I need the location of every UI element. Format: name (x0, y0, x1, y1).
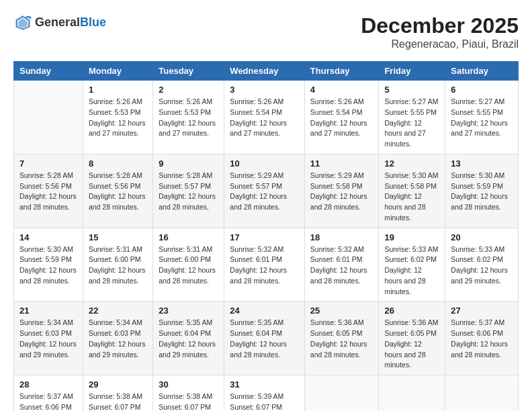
day-cell: 9 Sunrise: 5:28 AMSunset: 5:57 PMDayligh… (153, 154, 224, 228)
day-cell: 31 Sunrise: 5:39 AMSunset: 6:07 PMDaylig… (224, 375, 305, 412)
logo-blue: Blue (80, 15, 106, 30)
day-cell: 28 Sunrise: 5:37 AMSunset: 6:06 PMDaylig… (14, 375, 83, 412)
day-info: Sunrise: 5:35 AMSunset: 6:04 PMDaylight:… (159, 318, 218, 360)
day-info: Sunrise: 5:26 AMSunset: 5:54 PMDaylight:… (230, 97, 299, 139)
day-info: Sunrise: 5:39 AMSunset: 6:07 PMDaylight:… (230, 392, 299, 411)
day-number: 21 (19, 306, 77, 316)
day-info: Sunrise: 5:38 AMSunset: 6:07 PMDaylight:… (159, 392, 218, 411)
day-cell: 2 Sunrise: 5:26 AMSunset: 5:53 PMDayligh… (153, 81, 224, 154)
day-number: 9 (159, 158, 218, 169)
day-info: Sunrise: 5:32 AMSunset: 6:01 PMDaylight:… (310, 244, 373, 287)
day-cell: 13 Sunrise: 5:30 AMSunset: 5:59 PMDaylig… (445, 154, 519, 228)
day-number: 6 (451, 85, 513, 95)
day-info: Sunrise: 5:33 AMSunset: 6:02 PMDaylight:… (451, 244, 513, 287)
day-cell: 8 Sunrise: 5:28 AMSunset: 5:56 PMDayligh… (83, 154, 152, 228)
day-info: Sunrise: 5:34 AMSunset: 6:03 PMDaylight:… (89, 318, 147, 360)
day-info: Sunrise: 5:30 AMSunset: 5:58 PMDaylight:… (384, 171, 439, 224)
day-cell: 15 Sunrise: 5:31 AMSunset: 6:00 PMDaylig… (83, 228, 152, 302)
week-row-1: 1 Sunrise: 5:26 AMSunset: 5:53 PMDayligh… (14, 81, 519, 154)
day-info: Sunrise: 5:26 AMSunset: 5:53 PMDaylight:… (89, 97, 147, 139)
day-number: 18 (310, 232, 373, 242)
logo: General Blue (13, 13, 106, 32)
day-number: 26 (384, 306, 439, 316)
day-cell (304, 375, 379, 412)
day-info: Sunrise: 5:27 AMSunset: 5:55 PMDaylight:… (384, 97, 439, 150)
day-info: Sunrise: 5:38 AMSunset: 6:07 PMDaylight:… (89, 392, 147, 411)
day-number: 5 (384, 85, 439, 95)
header-row: Sunday Monday Tuesday Wednesday Thursday… (14, 62, 519, 81)
day-number: 13 (451, 158, 513, 169)
day-cell: 29 Sunrise: 5:38 AMSunset: 6:07 PMDaylig… (83, 375, 152, 412)
day-number: 31 (230, 379, 299, 390)
logo-text: General Blue (35, 15, 106, 30)
day-cell (379, 375, 445, 412)
day-cell: 7 Sunrise: 5:28 AMSunset: 5:56 PMDayligh… (14, 154, 83, 228)
day-cell: 30 Sunrise: 5:38 AMSunset: 6:07 PMDaylig… (153, 375, 224, 412)
day-cell: 20 Sunrise: 5:33 AMSunset: 6:02 PMDaylig… (445, 228, 519, 302)
day-number: 10 (230, 158, 299, 169)
day-cell: 26 Sunrise: 5:36 AMSunset: 6:05 PMDaylig… (379, 302, 445, 375)
day-cell: 4 Sunrise: 5:26 AMSunset: 5:54 PMDayligh… (304, 81, 379, 154)
col-wednesday: Wednesday (224, 62, 305, 81)
day-number: 14 (19, 232, 77, 242)
col-thursday: Thursday (304, 62, 379, 81)
day-number: 25 (310, 306, 373, 316)
day-cell: 12 Sunrise: 5:30 AMSunset: 5:58 PMDaylig… (379, 154, 445, 228)
day-number: 24 (230, 306, 299, 316)
day-info: Sunrise: 5:36 AMSunset: 6:05 PMDaylight:… (384, 318, 439, 371)
day-cell: 22 Sunrise: 5:34 AMSunset: 6:03 PMDaylig… (83, 302, 152, 375)
day-info: Sunrise: 5:29 AMSunset: 5:58 PMDaylight:… (310, 171, 373, 213)
day-number: 19 (384, 232, 439, 242)
day-number: 28 (19, 379, 77, 390)
day-cell: 1 Sunrise: 5:26 AMSunset: 5:53 PMDayligh… (83, 81, 152, 154)
day-cell: 6 Sunrise: 5:27 AMSunset: 5:55 PMDayligh… (445, 81, 519, 154)
day-number: 1 (89, 85, 147, 95)
logo-icon (13, 13, 32, 32)
day-info: Sunrise: 5:33 AMSunset: 6:02 PMDaylight:… (384, 244, 439, 298)
day-cell: 14 Sunrise: 5:30 AMSunset: 5:59 PMDaylig… (14, 228, 83, 302)
col-friday: Friday (379, 62, 445, 81)
day-number: 8 (89, 158, 147, 169)
day-cell (445, 375, 519, 412)
day-cell: 5 Sunrise: 5:27 AMSunset: 5:55 PMDayligh… (379, 81, 445, 154)
day-info: Sunrise: 5:29 AMSunset: 5:57 PMDaylight:… (230, 171, 299, 213)
day-cell: 25 Sunrise: 5:36 AMSunset: 6:05 PMDaylig… (304, 302, 379, 375)
page-header: General Blue December 2025 Regeneracao, … (13, 13, 519, 50)
title-block: December 2025 Regeneracao, Piaui, Brazil (361, 13, 519, 50)
day-info: Sunrise: 5:31 AMSunset: 6:00 PMDaylight:… (159, 244, 218, 287)
day-info: Sunrise: 5:37 AMSunset: 6:06 PMDaylight:… (451, 318, 513, 360)
day-number: 2 (159, 85, 218, 95)
logo-general: General (35, 15, 80, 30)
day-number: 30 (159, 379, 218, 390)
day-info: Sunrise: 5:32 AMSunset: 6:01 PMDaylight:… (230, 244, 299, 287)
day-cell (14, 81, 83, 154)
day-number: 23 (159, 306, 218, 316)
day-info: Sunrise: 5:37 AMSunset: 6:06 PMDaylight:… (19, 392, 77, 411)
day-number: 17 (230, 232, 299, 242)
day-cell: 24 Sunrise: 5:35 AMSunset: 6:04 PMDaylig… (224, 302, 305, 375)
day-cell: 11 Sunrise: 5:29 AMSunset: 5:58 PMDaylig… (304, 154, 379, 228)
day-cell: 21 Sunrise: 5:34 AMSunset: 6:03 PMDaylig… (14, 302, 83, 375)
day-cell: 18 Sunrise: 5:32 AMSunset: 6:01 PMDaylig… (304, 228, 379, 302)
day-info: Sunrise: 5:36 AMSunset: 6:05 PMDaylight:… (310, 318, 373, 360)
month-title: December 2025 (361, 13, 519, 38)
day-info: Sunrise: 5:34 AMSunset: 6:03 PMDaylight:… (19, 318, 77, 360)
week-row-5: 28 Sunrise: 5:37 AMSunset: 6:06 PMDaylig… (14, 375, 519, 412)
day-cell: 19 Sunrise: 5:33 AMSunset: 6:02 PMDaylig… (379, 228, 445, 302)
day-cell: 17 Sunrise: 5:32 AMSunset: 6:01 PMDaylig… (224, 228, 305, 302)
col-tuesday: Tuesday (153, 62, 224, 81)
day-number: 27 (451, 306, 513, 316)
col-monday: Monday (83, 62, 152, 81)
day-cell: 3 Sunrise: 5:26 AMSunset: 5:54 PMDayligh… (224, 81, 305, 154)
day-cell: 27 Sunrise: 5:37 AMSunset: 6:06 PMDaylig… (445, 302, 519, 375)
day-info: Sunrise: 5:26 AMSunset: 5:54 PMDaylight:… (310, 97, 373, 139)
day-info: Sunrise: 5:27 AMSunset: 5:55 PMDaylight:… (451, 97, 513, 139)
day-number: 29 (89, 379, 147, 390)
day-number: 4 (310, 85, 373, 95)
day-info: Sunrise: 5:28 AMSunset: 5:57 PMDaylight:… (159, 171, 218, 213)
day-number: 16 (159, 232, 218, 242)
day-cell: 23 Sunrise: 5:35 AMSunset: 6:04 PMDaylig… (153, 302, 224, 375)
day-info: Sunrise: 5:28 AMSunset: 5:56 PMDaylight:… (89, 171, 147, 213)
day-info: Sunrise: 5:30 AMSunset: 5:59 PMDaylight:… (19, 244, 77, 287)
day-info: Sunrise: 5:28 AMSunset: 5:56 PMDaylight:… (19, 171, 77, 213)
